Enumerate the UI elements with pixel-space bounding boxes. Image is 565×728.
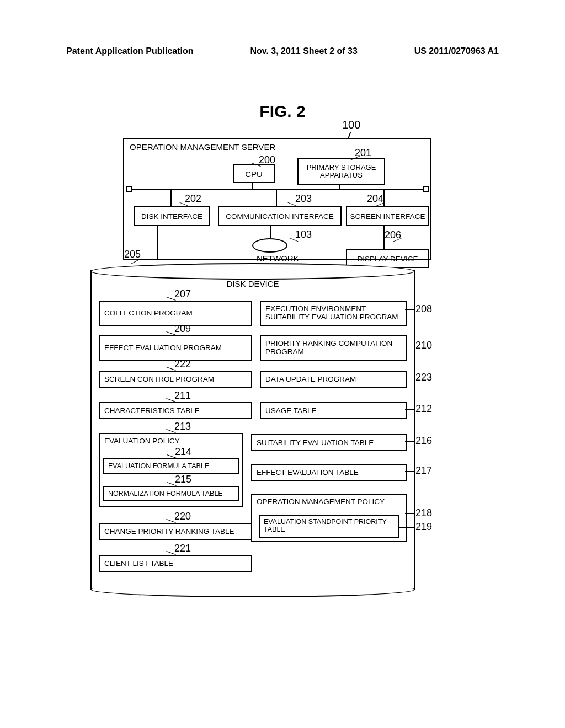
refnum-210: 210 bbox=[415, 340, 432, 351]
characteristics-table-box: CHARACTERISTICS TABLE bbox=[99, 402, 252, 419]
refnum-212: 212 bbox=[415, 403, 432, 415]
disk-interface-box: DISK INTERFACE bbox=[134, 206, 210, 226]
figure-title: FIG. 2 bbox=[0, 102, 565, 121]
server-box: OPERATION MANAGEMENT SERVER CPU PRIMARY … bbox=[123, 138, 431, 260]
leader-line bbox=[405, 409, 415, 410]
refnum-217: 217 bbox=[415, 465, 432, 477]
refnum-222: 222 bbox=[174, 358, 191, 370]
refnum-223: 223 bbox=[415, 372, 432, 383]
refnum-200: 200 bbox=[259, 154, 275, 166]
refnum-211: 211 bbox=[174, 390, 191, 402]
connector bbox=[339, 184, 340, 189]
primary-storage-box: PRIMARY STORAGE APPARATUS bbox=[297, 158, 385, 185]
refnum-221: 221 bbox=[174, 543, 191, 554]
refnum-220: 220 bbox=[174, 511, 191, 522]
leader-line bbox=[405, 346, 415, 346]
connector bbox=[157, 225, 158, 259]
refnum-214: 214 bbox=[175, 446, 191, 458]
leader-line bbox=[405, 441, 415, 442]
refnum-209: 209 bbox=[174, 323, 191, 335]
leader-line bbox=[405, 309, 415, 310]
header-right: US 2011/0270963 A1 bbox=[414, 46, 499, 56]
refnum-219: 219 bbox=[415, 521, 432, 533]
connector bbox=[170, 189, 172, 206]
bus-tab bbox=[126, 186, 132, 192]
refnum-203: 203 bbox=[295, 193, 312, 205]
disk-device-cylinder: DISK DEVICE 207 COLLECTION PROGRAM EXECU… bbox=[90, 270, 415, 590]
collection-program-box: COLLECTION PROGRAM bbox=[99, 301, 252, 326]
header-center: Nov. 3, 2011 Sheet 2 of 33 bbox=[250, 46, 357, 56]
connector bbox=[252, 182, 253, 189]
cylinder-top bbox=[90, 263, 415, 280]
priority-ranking-program-box: PRIORITY RANKING COMPUTATION PROGRAM bbox=[260, 335, 407, 361]
refnum-216: 216 bbox=[415, 435, 432, 447]
communication-interface-box: COMMUNICATION INTERFACE bbox=[218, 206, 342, 226]
normalization-formula-table-box: NORMALIZATION FORMULA TABLE bbox=[103, 486, 239, 501]
cylinder-bottom bbox=[90, 582, 415, 597]
connector bbox=[383, 189, 385, 206]
bus-tab bbox=[423, 186, 429, 192]
refnum-204: 204 bbox=[367, 193, 383, 205]
leader-line bbox=[405, 513, 415, 514]
refnum-213: 213 bbox=[174, 421, 191, 432]
operation-mgmt-policy-label: OPERATION MANAGEMENT POLICY bbox=[257, 497, 385, 506]
cpu-box: CPU bbox=[233, 164, 275, 183]
refnum-205: 205 bbox=[124, 249, 141, 260]
leader-line bbox=[398, 527, 415, 528]
screen-interface-box: SCREEN INTERFACE bbox=[346, 206, 429, 226]
evaluation-formula-table-box: EVALUATION FORMULA TABLE bbox=[103, 458, 239, 474]
client-list-table-box: CLIENT LIST TABLE bbox=[99, 555, 252, 572]
refnum-202: 202 bbox=[185, 193, 201, 205]
exec-env-suitability-box: EXECUTION ENVIRONMENT SUITABILITY EVALUA… bbox=[260, 301, 407, 326]
leader-line bbox=[405, 471, 415, 472]
network-cloud-icon bbox=[252, 238, 287, 253]
bus-line bbox=[127, 189, 427, 190]
data-update-program-box: DATA UPDATE PROGRAM bbox=[260, 371, 407, 388]
connector bbox=[276, 189, 277, 206]
refnum-207: 207 bbox=[174, 288, 191, 300]
change-priority-ranking-table-box: CHANGE PRIORITY RANKING TABLE bbox=[99, 523, 252, 540]
evaluation-standpoint-priority-table-box: EVALUATION STANDPOINT PRIORITY TABLE bbox=[259, 515, 399, 538]
refnum-218: 218 bbox=[415, 507, 432, 519]
leader-line bbox=[405, 378, 415, 378]
refnum-103: 103 bbox=[295, 229, 312, 240]
suitability-evaluation-table-box: SUITABILITY EVALUATION TABLE bbox=[251, 434, 407, 451]
server-title: OPERATION MANAGEMENT SERVER bbox=[130, 142, 275, 152]
connector bbox=[270, 225, 271, 238]
disk-device-title: DISK DEVICE bbox=[92, 279, 414, 288]
operation-mgmt-policy-box: OPERATION MANAGEMENT POLICY EVALUATION S… bbox=[251, 494, 407, 542]
effect-evaluation-table-box: EFFECT EVALUATION TABLE bbox=[251, 464, 407, 481]
usage-table-box: USAGE TABLE bbox=[260, 402, 407, 419]
refnum-215: 215 bbox=[175, 474, 191, 485]
effect-evaluation-program-box: EFFECT EVALUATION PROGRAM bbox=[99, 335, 252, 361]
evaluation-policy-box: EVALUATION POLICY 214 EVALUATION FORMULA… bbox=[99, 433, 243, 507]
screen-control-program-box: SCREEN CONTROL PROGRAM bbox=[99, 371, 252, 388]
refnum-208: 208 bbox=[415, 303, 432, 315]
page-header: Patent Application Publication Nov. 3, 2… bbox=[66, 46, 499, 56]
network-label: NETWORK bbox=[257, 254, 299, 263]
refnum-100: 100 bbox=[342, 119, 360, 131]
header-left: Patent Application Publication bbox=[66, 46, 194, 56]
evaluation-policy-label: EVALUATION POLICY bbox=[104, 437, 180, 445]
